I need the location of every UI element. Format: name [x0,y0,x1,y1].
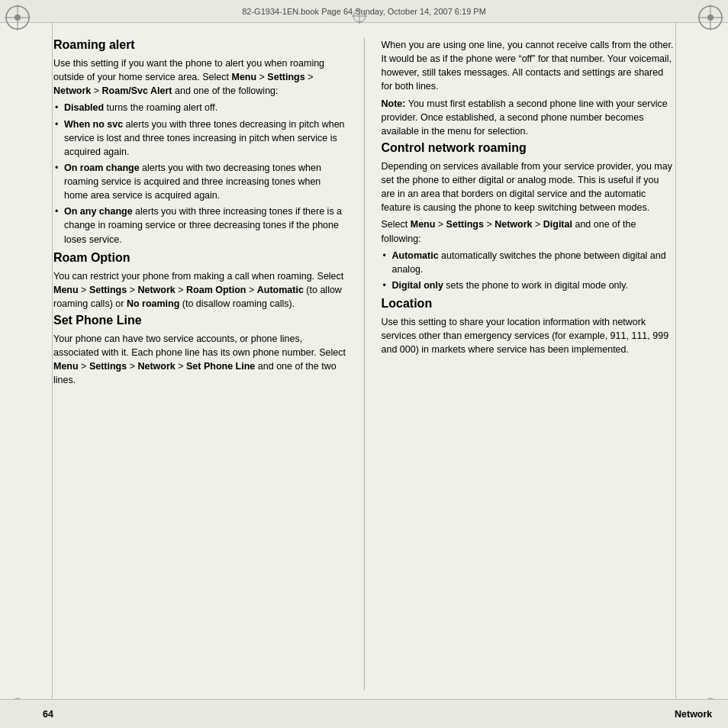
roam-option-section: Roam Option You can restrict your phone … [53,251,347,311]
main-text-area: Roaming alert Use this setting if you wa… [53,38,675,690]
bullet-digital-only: Digital only sets the phone to work in d… [382,279,675,292]
footer: 64 Network [0,699,728,728]
footer-section-name: Network [667,709,728,720]
set-phone-line-section: Set Phone Line Your phone can have two s… [53,314,347,388]
location-para1: Use this setting to share your location … [382,315,675,356]
reg-mark-top-left [3,3,32,32]
reg-mark-top-right [696,3,725,32]
bullet-disabled: Disabled turns the roaming alert off. [53,101,347,114]
control-network-roaming-bullets: Automatic automatically switches the pho… [382,249,675,292]
left-column: Roaming alert Use this setting if you wa… [53,38,365,690]
roam-option-para1: You can restrict your phone from making … [53,269,347,311]
bullet-when-no-svc: When no svc alerts you with three tones … [53,118,347,159]
section-label: Network [675,709,712,720]
left-vertical-rule [52,23,53,699]
control-network-roaming-para2: Select Menu > Settings > Network > Digit… [382,217,675,245]
bullet-on-any-change: On any change alerts you with three incr… [53,205,347,246]
reg-mark-top-center [351,8,368,24]
location-section: Location Use this setting to share your … [382,297,675,356]
roaming-alert-section: Roaming alert Use this setting if you wa… [53,38,347,246]
right-vertical-rule [675,23,676,699]
one-line-para1: When you are using one line, you cannot … [382,38,675,94]
location-title: Location [382,297,675,311]
control-network-roaming-section: Control network roaming Depending on ser… [382,141,675,292]
control-network-roaming-para1: Depending on services available from you… [382,159,675,215]
footer-page-number: 64 [0,709,61,720]
roam-option-title: Roam Option [53,251,347,265]
roaming-alert-bullets: Disabled turns the roaming alert off. Wh… [53,101,347,246]
page-number-label: 64 [43,709,53,720]
one-line-note: Note: You must first establish a second … [382,97,675,138]
bullet-automatic: Automatic automatically switches the pho… [382,249,675,276]
control-network-roaming-title: Control network roaming [382,141,675,155]
set-phone-line-title: Set Phone Line [53,314,347,327]
roaming-alert-para1: Use this setting if you want the phone t… [53,56,347,98]
one-line-section: When you are using one line, you cannot … [382,38,675,138]
bullet-on-roam-change: On roam change alerts you with two decre… [53,161,347,202]
right-column: When you are using one line, you cannot … [365,38,675,690]
page: 82-G1934-1EN.book Page 64 Sunday, Octobe… [0,0,728,728]
set-phone-line-para1: Your phone can have two service accounts… [53,332,347,388]
roaming-alert-title: Roaming alert [53,38,347,52]
